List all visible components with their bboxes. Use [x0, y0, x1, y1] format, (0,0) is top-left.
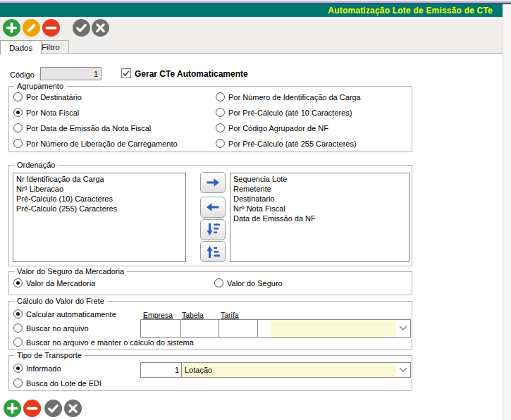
window-title: Automatização Lote de Emissão de CTe: [328, 6, 493, 16]
tarifa-column-label: Tarifa: [221, 311, 239, 319]
move-left-button[interactable]: [200, 197, 226, 218]
group-calculo-frete-title: Cálculo do Valor do Frete: [14, 297, 107, 305]
radio-button[interactable]: [13, 323, 23, 333]
chevron-down-icon: [399, 326, 407, 331]
radio-button[interactable]: [216, 92, 225, 101]
group-valor-seguro-title: Valor do Seguro da Mercadoria: [14, 267, 127, 276]
check-icon: [122, 69, 130, 78]
radio-button[interactable]: [214, 278, 223, 288]
move-down-button[interactable]: [200, 219, 226, 240]
radio-por-precalculo-10[interactable]: Por Pré-Cálculo (até 10 Caracteres): [216, 108, 352, 117]
tab-dados-label: Dados: [9, 44, 32, 52]
cancel-button-bottom[interactable]: [64, 400, 82, 417]
radio-por-numero-identificacao[interactable]: Por Número de Identificação da Carga: [216, 92, 361, 101]
radio-button[interactable]: [216, 123, 225, 132]
radio-button[interactable]: [13, 378, 23, 388]
list-item[interactable]: Nrº Nota Fiscal: [230, 204, 409, 214]
group-valor-seguro: Valor do Seguro da Mercadoria Valor da M…: [8, 271, 412, 295]
confirm-button-bottom[interactable]: [44, 400, 62, 417]
transporte-codigo-input[interactable]: [141, 363, 181, 377]
confirm-button[interactable]: [73, 19, 90, 37]
group-agrupamento: Agrupamento Por Destinatário Por Nota Fi…: [8, 86, 412, 152]
group-ordenacao-title: Ordenação: [14, 161, 58, 169]
list-item[interactable]: Data de Emissão da NF: [230, 214, 409, 223]
spacer: [258, 320, 271, 337]
empresa-column-label: Empresa: [143, 311, 173, 319]
form-body: Código Gerar CTe Automaticamente Agrupam…: [0, 54, 503, 420]
remove-button-bottom[interactable]: [23, 400, 41, 417]
list-item[interactable]: Remetente: [230, 184, 409, 194]
list-item[interactable]: Sequencia Lote: [230, 174, 409, 184]
list-item[interactable]: Destinatario: [230, 194, 409, 204]
cancel-x-icon: [64, 400, 82, 417]
radio-valor-mercadoria[interactable]: Valor da Mercadoria: [13, 278, 95, 288]
move-right-button[interactable]: [200, 172, 226, 193]
move-up-button[interactable]: [200, 241, 226, 262]
radio-buscar-arquivo-manter[interactable]: Buscar no arquivo e manter o cálculo do …: [13, 338, 194, 347]
radio-button-selected[interactable]: [13, 364, 23, 373]
radio-button[interactable]: [13, 123, 23, 132]
tab-filtro-label: Filtro: [42, 43, 60, 51]
list-item[interactable]: Nr Identificação da Carga: [13, 174, 185, 184]
radio-por-destinatario[interactable]: Por Destinatário: [13, 92, 82, 101]
remove-icon: [23, 400, 41, 417]
radio-calcular-automaticamente[interactable]: Calcular automaticamente: [13, 309, 116, 319]
frete-fields: [140, 319, 411, 338]
cancel-button[interactable]: [92, 19, 109, 37]
cancel-x-icon: [92, 19, 109, 37]
confirm-check-icon: [44, 400, 62, 417]
remove-button[interactable]: [42, 19, 60, 37]
list-item[interactable]: Pré-Calculo (255) Caracteres: [13, 204, 185, 214]
radio-button[interactable]: [216, 108, 225, 117]
radio-informado[interactable]: Informado: [13, 364, 61, 373]
radio-busca-lote-edi[interactable]: Busca do Lote de EDI: [13, 378, 101, 388]
automacao-cte-window: Automatização Lote de Emissão de CTe Dad…: [0, 0, 511, 420]
tarifa-combo-value[interactable]: [271, 320, 396, 337]
radio-button-selected[interactable]: [13, 278, 23, 288]
ordenacao-chosen-list[interactable]: Sequencia Lote Remetente Destinatario Nr…: [230, 173, 410, 262]
radio-button-selected[interactable]: [13, 108, 23, 117]
radio-por-data-emissao[interactable]: Por Data de Emissão da Nota Fiscal: [13, 123, 151, 132]
radio-por-numero-liberacao[interactable]: Por Número de Liberação de Carregamento: [13, 139, 178, 148]
radio-button[interactable]: [13, 338, 23, 347]
move-right-icon: [204, 175, 221, 190]
list-item[interactable]: Nrº Liberacao: [13, 184, 185, 194]
radio-button-selected[interactable]: [13, 309, 23, 319]
titlebar: Automatização Lote de Emissão de CTe: [0, 4, 503, 17]
group-ordenacao: Ordenação Nr Identificação da Carga Nrº …: [8, 165, 412, 266]
empresa-input[interactable]: [141, 320, 180, 337]
tabela-input[interactable]: [181, 320, 219, 337]
tab-dados[interactable]: Dados: [0, 40, 42, 54]
radio-button[interactable]: [13, 139, 23, 148]
edit-button[interactable]: [23, 19, 40, 37]
gerar-cte-checkbox[interactable]: [121, 68, 131, 78]
group-tipo-transporte-title: Tipo de Transporte: [14, 351, 85, 359]
transporte-combo-value[interactable]: Lotação: [182, 363, 396, 377]
radio-por-precalculo-255[interactable]: Por Pré-Cálculo (até 255 Caracteres): [216, 139, 357, 148]
add-button-bottom[interactable]: [4, 400, 21, 417]
radio-por-codigo-agrupador[interactable]: Por Código Agrupador de NF: [216, 123, 328, 132]
radio-button[interactable]: [13, 92, 23, 101]
move-left-icon: [204, 199, 221, 215]
radio-por-nota-fiscal[interactable]: Por Nota Fiscal: [13, 108, 79, 117]
tarifa-combo-dropdown[interactable]: [396, 320, 410, 337]
transporte-combo-dropdown[interactable]: [396, 363, 410, 377]
radio-button[interactable]: [216, 139, 225, 148]
tab-strip: Dados Filtro: [0, 40, 507, 54]
codigo-input[interactable]: [40, 67, 101, 80]
radio-valor-seguro[interactable]: Valor do Seguro: [214, 278, 283, 288]
gerar-cte-label: Gerar CTe Automaticamente: [135, 69, 248, 79]
confirm-check-icon: [73, 19, 90, 37]
chevron-down-icon: [399, 367, 407, 373]
move-down-icon: [204, 222, 221, 237]
tarifa-input[interactable]: [219, 320, 257, 337]
ordenacao-available-list[interactable]: Nr Identificação da Carga Nrº Liberacao …: [13, 173, 186, 262]
transporte-fields: Lotação: [140, 362, 411, 378]
list-item[interactable]: Pré-Calculo (10) Caracteres: [13, 194, 185, 204]
move-up-icon: [204, 244, 221, 259]
add-button[interactable]: [3, 19, 20, 37]
scrollbar-gutter[interactable]: [503, 4, 511, 420]
radio-buscar-arquivo[interactable]: Buscar no arquivo: [13, 323, 89, 333]
toolbar-top: [0, 17, 503, 40]
group-calculo-frete: Cálculo do Valor do Frete Calcular autom…: [8, 301, 412, 350]
